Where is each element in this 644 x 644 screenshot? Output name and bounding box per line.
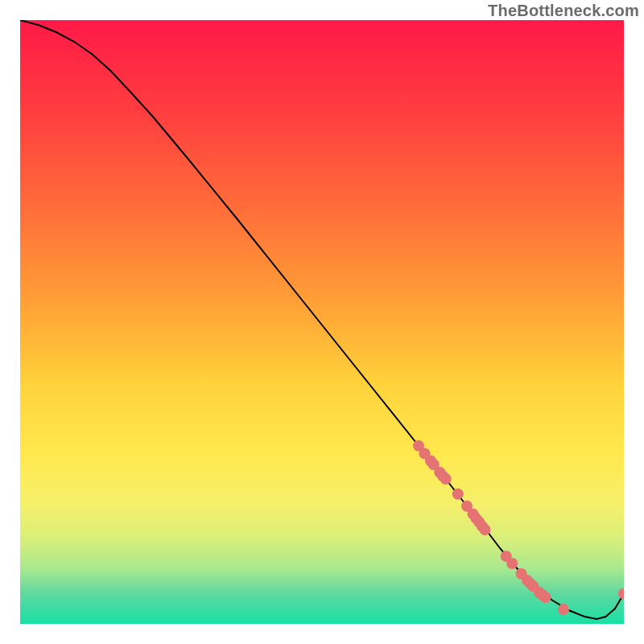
watermark-label: TheBottleneck.com — [488, 2, 639, 20]
chart-svg — [20, 20, 624, 624]
marker-point — [558, 604, 569, 615]
marker-point — [440, 473, 452, 485]
plot-area — [20, 20, 624, 624]
marker-point — [506, 558, 518, 569]
chart-wrap: TheBottleneck.com — [0, 0, 644, 644]
gradient-background — [20, 20, 624, 624]
marker-point — [540, 592, 551, 603]
marker-point — [480, 524, 491, 535]
marker-point — [452, 489, 464, 500]
